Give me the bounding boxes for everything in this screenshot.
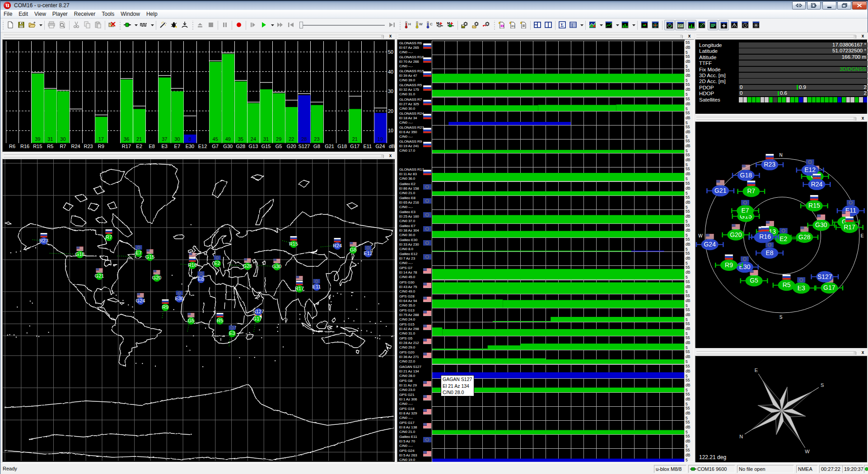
dropdown-button[interactable] bbox=[631, 20, 636, 30]
sky-view-btn-button[interactable] bbox=[664, 20, 675, 30]
menu-view[interactable]: View bbox=[31, 10, 49, 19]
dropdown-button[interactable] bbox=[149, 20, 154, 30]
toolbar-grip[interactable] bbox=[493, 20, 496, 30]
cold-start-button[interactable]: C bbox=[424, 20, 434, 30]
close-icon[interactable]: x bbox=[686, 33, 693, 39]
data-row-longitude: Longitude17.03806167 ° bbox=[699, 42, 864, 48]
load-config-button[interactable] bbox=[471, 20, 481, 30]
layout-vertical-button[interactable] bbox=[543, 20, 554, 30]
menu-tools[interactable]: Tools bbox=[98, 10, 117, 19]
new-file-button[interactable] bbox=[5, 20, 16, 30]
message-poll-button[interactable]: M bbox=[435, 20, 445, 30]
chart-view-button[interactable] bbox=[588, 20, 598, 30]
new-file-icon bbox=[7, 21, 14, 28]
baudrate-button[interactable] bbox=[139, 20, 149, 30]
stop-button[interactable] bbox=[206, 20, 216, 30]
message-poll-on-button[interactable]: M bbox=[446, 20, 456, 30]
cn0-history-G13 bbox=[432, 308, 685, 322]
debug-button[interactable] bbox=[169, 20, 179, 30]
dropdown-button[interactable] bbox=[598, 20, 603, 30]
print-preview-button[interactable] bbox=[57, 20, 68, 30]
toolbar-grip[interactable] bbox=[191, 20, 195, 30]
open-file-button[interactable] bbox=[27, 20, 37, 30]
menu-window[interactable]: Window bbox=[117, 10, 143, 19]
revert-config-button[interactable] bbox=[481, 20, 492, 30]
eject-button[interactable] bbox=[195, 20, 205, 30]
toolbar-grip[interactable] bbox=[398, 20, 402, 30]
flag-ru-icon bbox=[765, 154, 774, 159]
window-export-button[interactable] bbox=[807, 1, 821, 9]
log-camera-button[interactable] bbox=[497, 20, 507, 30]
histogram-panel-header[interactable]: x bbox=[2, 33, 395, 39]
to-start-button[interactable] bbox=[286, 20, 296, 30]
close-icon[interactable]: x bbox=[859, 350, 866, 355]
menu-file[interactable]: File bbox=[0, 10, 15, 19]
flag-eu-icon bbox=[765, 242, 774, 247]
dropdown-button[interactable] bbox=[133, 20, 138, 30]
statistics-button[interactable]: Σ bbox=[557, 20, 568, 30]
satellite-panel-header[interactable]: x bbox=[397, 33, 694, 39]
deviation-map-button[interactable] bbox=[650, 20, 661, 30]
compass-panel-header[interactable]: x bbox=[695, 350, 868, 356]
close-button[interactable] bbox=[852, 1, 867, 9]
toolbar-grip[interactable] bbox=[1, 20, 5, 30]
dropdown-button[interactable] bbox=[270, 20, 275, 30]
copy-button[interactable] bbox=[82, 20, 93, 30]
close-icon[interactable]: x bbox=[387, 33, 394, 39]
layout-horizontal-button[interactable] bbox=[532, 20, 543, 30]
pause-button[interactable] bbox=[220, 20, 230, 30]
toolbar: HWCMM01Σ bbox=[0, 19, 868, 33]
minimize-button[interactable] bbox=[822, 1, 836, 9]
data-panel-header[interactable]: x bbox=[695, 33, 868, 39]
autobaud-button[interactable] bbox=[158, 20, 168, 30]
record-button[interactable] bbox=[234, 20, 244, 30]
restore-button[interactable] bbox=[837, 1, 851, 9]
hot-start-button[interactable]: H bbox=[402, 20, 413, 30]
print-button[interactable] bbox=[47, 20, 57, 30]
close-icon[interactable]: x bbox=[859, 33, 866, 39]
cut-button[interactable] bbox=[71, 20, 82, 30]
step-button[interactable] bbox=[248, 20, 258, 30]
dropdown-button[interactable] bbox=[38, 20, 43, 30]
line-chart-button[interactable] bbox=[604, 20, 614, 30]
menu-edit[interactable]: Edit bbox=[15, 10, 31, 19]
to-end-button[interactable] bbox=[387, 20, 397, 30]
log-binary-button[interactable]: 01 bbox=[508, 20, 518, 30]
fast-forward-button[interactable] bbox=[275, 20, 285, 30]
save-button[interactable] bbox=[16, 20, 27, 30]
map-view-button[interactable] bbox=[639, 20, 650, 30]
world-map-btn-button[interactable] bbox=[675, 20, 686, 30]
gps-btn-button[interactable] bbox=[751, 20, 761, 30]
menu-player[interactable]: Player bbox=[49, 10, 71, 19]
warm-start-button[interactable]: W bbox=[413, 20, 424, 30]
world-map-panel-header[interactable]: x bbox=[2, 153, 395, 159]
compass-btn-button[interactable] bbox=[719, 20, 729, 30]
dropdown-button[interactable] bbox=[579, 20, 584, 30]
menu-receiver[interactable]: Receiver bbox=[71, 10, 98, 19]
table-view-button[interactable] bbox=[568, 20, 579, 30]
svg-text:R24: R24 bbox=[71, 144, 80, 149]
bar-chart-button[interactable] bbox=[620, 20, 630, 30]
svg-text:10: 10 bbox=[388, 128, 393, 133]
menu-help[interactable]: Help bbox=[143, 10, 161, 19]
clock-btn-button[interactable] bbox=[740, 20, 751, 30]
title-bar[interactable]: u COM16 - u-center 8.27 bbox=[0, 0, 868, 10]
docking-btn-button[interactable] bbox=[697, 20, 707, 30]
log-text-button[interactable] bbox=[518, 20, 529, 30]
connect-button[interactable] bbox=[122, 20, 133, 30]
save-config-button[interactable] bbox=[460, 20, 470, 30]
play-button[interactable] bbox=[259, 20, 269, 30]
discard-button[interactable] bbox=[107, 20, 117, 30]
toolbar-grip[interactable] bbox=[118, 20, 122, 30]
paste-button[interactable] bbox=[93, 20, 103, 30]
sky-view-panel-header[interactable]: x bbox=[695, 116, 868, 121]
window-prev-next-button[interactable] bbox=[792, 1, 806, 9]
close-icon[interactable]: x bbox=[859, 116, 866, 121]
connect-target-button[interactable] bbox=[180, 20, 190, 30]
altitude-btn-button[interactable] bbox=[729, 20, 740, 30]
histogram-btn-button[interactable] bbox=[686, 20, 696, 30]
dropdown-button[interactable] bbox=[615, 20, 620, 30]
playback-slider[interactable] bbox=[298, 20, 387, 30]
close-icon[interactable]: x bbox=[387, 153, 394, 158]
messages-btn-button[interactable] bbox=[708, 20, 718, 30]
